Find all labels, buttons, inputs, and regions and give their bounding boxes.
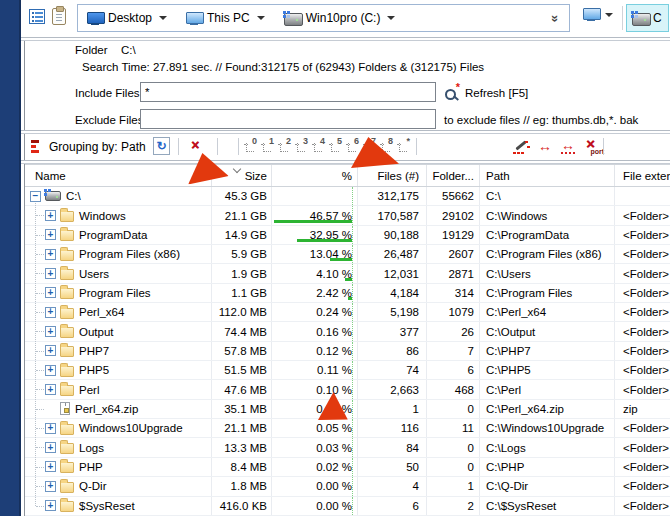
sort-indicator-icon — [234, 165, 241, 172]
expander-icon[interactable]: + — [45, 287, 56, 298]
exclude-files-input[interactable] — [140, 109, 436, 129]
address-item-this-pc[interactable]: This PC — [177, 11, 275, 25]
files-cell: 6 — [358, 497, 427, 515]
extension-cell: <Folder> — [615, 322, 670, 340]
grouping-label[interactable]: Grouping by: Path — [49, 140, 146, 154]
expander-icon[interactable]: + — [45, 326, 56, 337]
extension-cell: <Folder> — [615, 380, 670, 398]
table-row[interactable]: + Program Files (x86) 5.9 GB 13.04 % 26,… — [25, 245, 670, 264]
dropdown-caret-icon[interactable] — [387, 16, 395, 20]
wand-icon[interactable] — [512, 138, 529, 155]
delete-icon[interactable]: × — [191, 137, 199, 153]
expander-icon[interactable]: + — [45, 268, 56, 279]
column-header-files[interactable]: Files (#) — [358, 165, 427, 186]
include-files-input[interactable] — [140, 82, 436, 102]
expander-icon[interactable]: + — [45, 307, 56, 318]
percent-cell: 2.42 % — [272, 284, 358, 302]
path-cell: C:\PHP — [480, 458, 615, 476]
dropdown-caret-icon[interactable] — [257, 16, 265, 20]
extension-cell: <Folder> — [615, 497, 670, 515]
level-0-icon[interactable]: 0 — [244, 138, 257, 154]
percent-cell: 0.03 % — [272, 438, 358, 456]
expander-icon[interactable]: + — [45, 423, 56, 434]
percent-value: 0.02 % — [316, 461, 352, 473]
table-row[interactable]: + Users 1.9 GB 4.10 % 12,031 2871 C:\Use… — [25, 264, 670, 283]
expander-icon[interactable]: + — [45, 461, 56, 472]
folders-cell: 11 — [427, 419, 480, 437]
export-icon[interactable]: ×port — [584, 137, 604, 155]
extension-cell: <Folder> — [615, 284, 670, 302]
expander-icon[interactable]: − — [30, 191, 41, 202]
table-row[interactable]: Perl_x64.zip 35.1 MB 0.07 % 1 0 C:\Perl_… — [25, 400, 670, 419]
level-1-icon[interactable]: 1 — [261, 138, 274, 154]
table-row[interactable]: + Windows 21.1 GB 46.57 % 170,587 29102 … — [25, 206, 670, 225]
toolbar-separator — [238, 138, 239, 155]
table-row[interactable]: + $SysReset 416.0 KB 0.00 % 6 2 C:\$SysR… — [25, 497, 670, 516]
expander-icon[interactable]: + — [45, 481, 56, 492]
table-row[interactable]: + Logs 13.3 MB 0.03 % 84 0 C:\Logs <Fold… — [25, 438, 670, 457]
table-row[interactable]: + PHP5 51.5 MB 0.11 % 74 6 C:\PHP5 <Fold… — [25, 361, 670, 380]
table-row[interactable]: + Perl 47.6 MB 0.10 % 2,663 468 C:\Perl … — [25, 380, 670, 399]
computer-dropdown-button[interactable] — [583, 8, 613, 21]
table-row[interactable]: + PHP7 57.8 MB 0.12 % 86 7 C:\PHP7 <Fold… — [25, 342, 670, 361]
refresh-button[interactable]: * Refresh [F5] — [444, 85, 528, 100]
address-item-desktop[interactable]: Desktop — [78, 11, 177, 25]
table-row[interactable]: + Windows10Upgrade 21.1 MB 0.05 % 116 11… — [25, 419, 670, 438]
clipboard-icon[interactable] — [52, 8, 66, 25]
toolbar-separator — [416, 138, 417, 155]
fit-columns-icon[interactable]: ↔ — [538, 138, 552, 155]
level-3-icon[interactable]: 3 — [295, 138, 308, 154]
level-4-icon[interactable]: 4 — [312, 138, 325, 154]
window-edge-strip — [0, 0, 21, 516]
expander-icon[interactable]: + — [45, 365, 56, 376]
extension-cell: <Folder> — [615, 264, 670, 282]
level-5-icon[interactable]: 5 — [329, 138, 342, 154]
level-6-icon[interactable]: 6 — [346, 138, 359, 154]
column-header-file-extension[interactable]: File extension — [615, 165, 670, 186]
column-header-name[interactable]: Name — [25, 165, 212, 186]
expander-icon[interactable]: + — [45, 384, 56, 395]
column-header-folders[interactable]: Folder... — [427, 165, 480, 186]
folders-cell: 6 — [427, 361, 480, 379]
expander-icon[interactable]: + — [45, 442, 56, 453]
size-cell: 1.1 GB — [212, 284, 272, 302]
row-name: C:\ — [66, 190, 81, 202]
percent-cell: 46.57 % — [272, 206, 358, 224]
reload-grouping-icon[interactable]: ↻ — [153, 137, 170, 155]
search-time-line: Search Time: 27.891 sec. // Found:312175… — [82, 61, 484, 73]
column-header-path[interactable]: Path — [480, 165, 615, 186]
size-cell: 1.8 MB — [212, 477, 272, 495]
expander-icon[interactable]: + — [45, 210, 56, 221]
expander-icon[interactable]: + — [45, 345, 56, 356]
path-cell: C:\Output — [480, 322, 615, 340]
expander-icon[interactable]: + — [45, 229, 56, 240]
path-cell: C:\Users — [480, 264, 615, 282]
table-row[interactable]: − C:\ 45.3 GB 312,175 55662 C:\ — [25, 187, 670, 206]
table-row[interactable]: + Output 74.4 MB 0.16 % 377 26 C:\Output… — [25, 322, 670, 341]
percent-value: 0.05 % — [316, 422, 352, 434]
drive-button-c[interactable]: C — [626, 4, 669, 32]
table-row[interactable]: + ProgramData 14.9 GB 32.95 % 90,188 191… — [25, 226, 670, 245]
expander-icon[interactable]: + — [45, 500, 56, 511]
table-row[interactable]: + PHP 8.4 MB 0.02 % 50 0 C:\PHP <Folder> — [25, 458, 670, 477]
expander-icon[interactable]: + — [45, 249, 56, 260]
level-2-icon[interactable]: 2 — [278, 138, 291, 154]
percent-bar — [330, 258, 352, 261]
size-cell: 51.5 MB — [212, 361, 272, 379]
table-row[interactable]: + Perl_x64 112.0 MB 0.24 % 5,198 1079 C:… — [25, 303, 670, 322]
row-name: PHP7 — [79, 345, 109, 357]
dropdown-caret-icon[interactable] — [159, 16, 167, 20]
overflow-chevron-icon[interactable]: » — [548, 14, 563, 21]
folders-cell: 1079 — [427, 303, 480, 321]
row-icon — [60, 211, 74, 222]
fit-columns-dotted-icon[interactable]: ↔ — [561, 138, 575, 154]
percent-cell: 0.02 % — [272, 458, 358, 476]
table-row[interactable]: + Program Files 1.1 GB 2.42 % 4,184 314 … — [25, 284, 670, 303]
folder-size-grid: Name Size % Files (#) Folder... Path Fil… — [25, 164, 670, 516]
extension-cell: <Folder> — [615, 303, 670, 321]
details-view-icon[interactable] — [29, 9, 45, 24]
table-row[interactable]: + Q-Dir 1.8 MB 0.00 % 4 1 C:\Q-Dir <Fold… — [25, 477, 670, 496]
address-item-drive-c[interactable]: Win10pro (C:) — [275, 11, 406, 25]
level-*-icon[interactable]: * — [397, 138, 410, 154]
column-header-percent[interactable]: % — [272, 165, 358, 186]
